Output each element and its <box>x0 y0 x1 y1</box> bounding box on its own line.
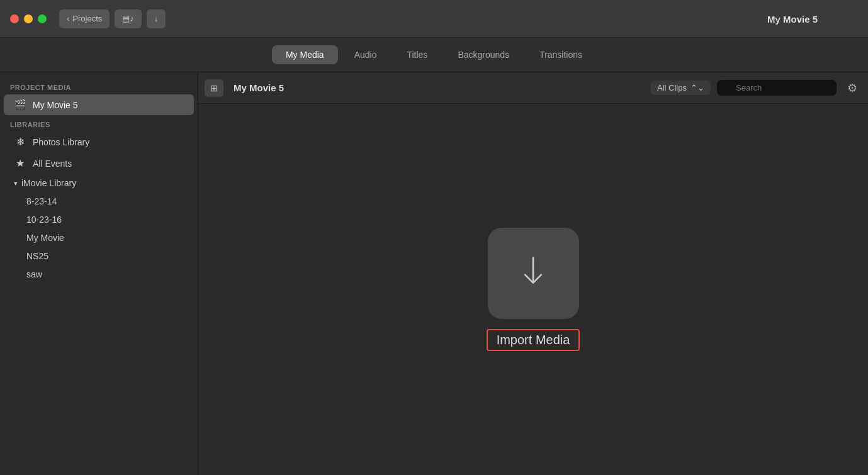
sidebar: PROJECT MEDIA 🎬 My Movie 5 LIBRARIES ❄ P… <box>0 72 198 475</box>
search-wrapper: 🔍 <box>717 80 837 96</box>
sidebar-toggle-button[interactable]: ⊞ <box>205 79 223 97</box>
projects-button[interactable]: ‹ Projects <box>59 9 110 28</box>
tab-transitions[interactable]: Transitions <box>526 45 596 64</box>
clapperboard-icon: 🎬 <box>14 99 26 111</box>
main-container: PROJECT MEDIA 🎬 My Movie 5 LIBRARIES ❄ P… <box>0 72 868 475</box>
import-area: Import Media <box>487 228 580 351</box>
close-button[interactable] <box>10 14 19 23</box>
import-icon-box[interactable] <box>488 228 579 319</box>
tab-audio[interactable]: Audio <box>341 45 391 64</box>
tab-my-media[interactable]: My Media <box>272 45 338 64</box>
window-title: My Movie 5 <box>767 13 818 24</box>
traffic-lights <box>10 14 47 23</box>
sidebar-item-my-movie-5[interactable]: 🎬 My Movie 5 <box>4 94 194 115</box>
minimize-button[interactable] <box>24 14 33 23</box>
project-media-label: PROJECT MEDIA <box>0 79 198 94</box>
import-media-button[interactable]: Import Media <box>487 329 580 351</box>
sidebar-toggle-icon: ⊞ <box>210 83 218 93</box>
titlebar-buttons: ‹ Projects ▤♪ ↓ <box>59 9 166 28</box>
sidebar-item-all-events[interactable]: ★ All Events <box>4 153 194 174</box>
libraries-label: LIBRARIES <box>0 116 198 131</box>
media-icon-button[interactable]: ▤♪ <box>115 9 142 28</box>
titlebar: ‹ Projects ▤♪ ↓ My Movie 5 <box>0 0 868 38</box>
sidebar-item-8-23-14[interactable]: 8-23-14 <box>4 193 194 210</box>
sidebar-item-saw[interactable]: saw <box>4 265 194 283</box>
settings-button[interactable]: ⚙ <box>843 79 862 98</box>
gear-icon: ⚙ <box>847 81 857 95</box>
sidebar-item-photos-library[interactable]: ❄ Photos Library <box>4 131 194 152</box>
chevron-down-icon: ▾ <box>14 179 18 187</box>
download-icon-button[interactable]: ↓ <box>147 9 166 28</box>
film-icon: ▤♪ <box>122 14 134 23</box>
content-area: ⊞ My Movie 5 All Clips ⌃⌄ 🔍 ⚙ <box>198 72 868 475</box>
download-icon: ↓ <box>154 14 159 23</box>
clips-chevron-icon: ⌃⌄ <box>690 83 704 92</box>
star-icon: ★ <box>14 157 26 169</box>
import-arrow-icon <box>514 255 552 293</box>
project-item-label: My Movie 5 <box>33 100 78 110</box>
sidebar-item-10-23-16[interactable]: 10-23-16 <box>4 211 194 228</box>
chevron-left-icon: ‹ <box>67 14 69 23</box>
clips-selector[interactable]: All Clips ⌃⌄ <box>651 81 711 95</box>
sidebar-imovie-library-header[interactable]: ▾ iMovie Library <box>4 174 194 192</box>
search-input[interactable] <box>717 80 837 96</box>
content-title: My Movie 5 <box>234 82 284 93</box>
projects-label: Projects <box>72 14 102 23</box>
tab-titles[interactable]: Titles <box>393 45 441 64</box>
sidebar-item-ns25[interactable]: NS25 <box>4 247 194 265</box>
maximize-button[interactable] <box>38 14 47 23</box>
tab-backgrounds[interactable]: Backgrounds <box>444 45 523 64</box>
tabbar: My Media Audio Titles Backgrounds Transi… <box>0 38 868 72</box>
content-toolbar: ⊞ My Movie 5 All Clips ⌃⌄ 🔍 ⚙ <box>198 72 868 104</box>
snowflake-icon: ❄ <box>14 136 26 148</box>
clips-label: All Clips <box>657 83 687 92</box>
sidebar-item-my-movie[interactable]: My Movie <box>4 229 194 247</box>
content-body: Import Media <box>198 104 868 475</box>
